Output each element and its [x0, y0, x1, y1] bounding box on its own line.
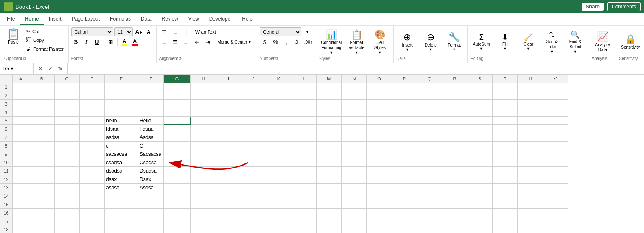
col-header-g[interactable]: G [164, 75, 191, 83]
cell-C10[interactable] [55, 158, 80, 167]
cell-T13[interactable] [493, 184, 518, 192]
cell-K13[interactable] [266, 184, 291, 192]
formula-fx-button[interactable]: fx [56, 65, 65, 73]
cell-T15[interactable] [493, 200, 518, 209]
cell-P11[interactable] [392, 167, 417, 175]
cell-F6[interactable]: Fdsaa [138, 125, 164, 133]
cell-G4[interactable] [164, 108, 191, 116]
cell-A7[interactable] [13, 133, 29, 142]
cell-B3[interactable] [29, 100, 55, 108]
cell-Q11[interactable] [417, 167, 442, 175]
cell-E4[interactable] [105, 108, 138, 116]
cell-R14[interactable] [442, 192, 467, 200]
cell-U8[interactable] [518, 142, 543, 150]
cell-C1[interactable] [55, 83, 80, 91]
cell-J14[interactable] [241, 192, 266, 200]
cell-Q16[interactable] [417, 209, 442, 217]
cell-J11[interactable] [241, 167, 266, 175]
cell-E17[interactable] [105, 217, 138, 225]
cell-C18[interactable] [55, 225, 80, 233]
cell-R2[interactable] [442, 91, 467, 100]
fill-dropdown[interactable]: ▼ [503, 47, 507, 51]
cell-D17[interactable] [80, 217, 105, 225]
cell-O13[interactable] [367, 184, 392, 192]
cell-H14[interactable] [191, 192, 216, 200]
cell-L4[interactable] [291, 108, 317, 116]
cell-O9[interactable] [367, 150, 392, 158]
cell-H18[interactable] [191, 225, 216, 233]
cell-Q6[interactable] [417, 125, 442, 133]
cell-D11[interactable] [80, 167, 105, 175]
cell-H6[interactable] [191, 125, 216, 133]
cell-D16[interactable] [80, 209, 105, 217]
cell-reference-box[interactable]: G5 ▼ [0, 63, 34, 74]
cell-M17[interactable] [317, 217, 342, 225]
cell-N9[interactable] [342, 150, 367, 158]
cell-D5[interactable] [80, 116, 105, 125]
cell-K6[interactable] [266, 125, 291, 133]
formula-cancel-button[interactable]: ✕ [36, 65, 44, 73]
cell-O12[interactable] [367, 175, 392, 184]
cell-D13[interactable] [80, 184, 105, 192]
cell-D15[interactable] [80, 200, 105, 209]
cell-F1[interactable] [138, 83, 164, 91]
cell-E1[interactable] [105, 83, 138, 91]
cell-J6[interactable] [241, 125, 266, 133]
cell-C11[interactable] [55, 167, 80, 175]
delete-dropdown[interactable]: ▼ [429, 47, 433, 52]
font-color-button[interactable]: A [130, 37, 140, 47]
cell-V11[interactable] [543, 167, 568, 175]
cell-H2[interactable] [191, 91, 216, 100]
cell-N17[interactable] [342, 217, 367, 225]
cell-P7[interactable] [392, 133, 417, 142]
cell-B14[interactable] [29, 192, 55, 200]
row-num-12[interactable]: 12 [0, 175, 13, 184]
cell-U14[interactable] [518, 192, 543, 200]
cell-R12[interactable] [442, 175, 467, 184]
tab-view[interactable]: View [183, 13, 204, 25]
cell-R6[interactable] [442, 125, 467, 133]
formula-input[interactable] [68, 63, 644, 74]
decrease-decimal-button[interactable]: .0↓ [292, 37, 302, 47]
cell-E3[interactable] [105, 100, 138, 108]
cell-I15[interactable] [216, 200, 241, 209]
cell-I7[interactable] [216, 133, 241, 142]
row-num-9[interactable]: 9 [0, 150, 13, 158]
cell-H15[interactable] [191, 200, 216, 209]
cell-K4[interactable] [266, 108, 291, 116]
cell-Q18[interactable] [417, 225, 442, 233]
cell-Q1[interactable] [417, 83, 442, 91]
cell-H13[interactable] [191, 184, 216, 192]
cell-V3[interactable] [543, 100, 568, 108]
cell-F18[interactable] [138, 225, 164, 233]
cell-B9[interactable] [29, 150, 55, 158]
cell-N16[interactable] [342, 209, 367, 217]
tab-help[interactable]: Help [237, 13, 257, 25]
corner-cell[interactable] [0, 75, 13, 83]
borders-button[interactable]: ⊞ [106, 37, 115, 47]
cell-M12[interactable] [317, 175, 342, 184]
cell-C15[interactable] [55, 200, 80, 209]
cell-D3[interactable] [80, 100, 105, 108]
cell-A1[interactable] [13, 83, 29, 91]
cell-U4[interactable] [518, 108, 543, 116]
number-expander[interactable]: ⧉ [275, 56, 278, 61]
cell-L9[interactable] [291, 150, 317, 158]
tab-home[interactable]: Home [20, 13, 44, 25]
cell-E15[interactable] [105, 200, 138, 209]
cell-N3[interactable] [342, 100, 367, 108]
cell-T6[interactable] [493, 125, 518, 133]
cell-A12[interactable] [13, 175, 29, 184]
cell-M10[interactable] [317, 158, 342, 167]
cell-O2[interactable] [367, 91, 392, 100]
cell-V5[interactable] [543, 116, 568, 125]
cell-B13[interactable] [29, 184, 55, 192]
cell-Q13[interactable] [417, 184, 442, 192]
cell-O5[interactable] [367, 116, 392, 125]
cell-E12[interactable]: dsax [105, 175, 138, 184]
cell-A17[interactable] [13, 217, 29, 225]
cell-E2[interactable] [105, 91, 138, 100]
cell-Q4[interactable] [417, 108, 442, 116]
cell-G9[interactable] [164, 150, 191, 158]
cell-V17[interactable] [543, 217, 568, 225]
